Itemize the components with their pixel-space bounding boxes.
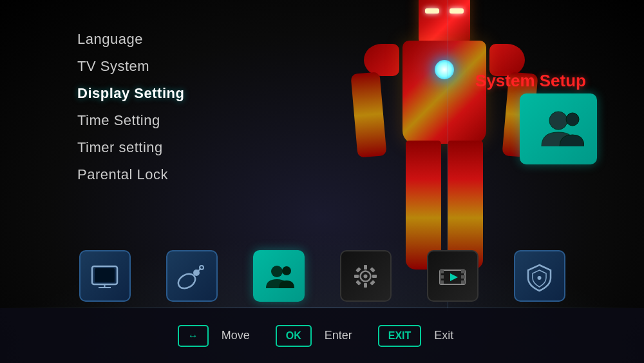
icon-media[interactable] xyxy=(427,250,478,302)
bottom-icon-bar xyxy=(0,250,644,302)
ok-button[interactable]: OK xyxy=(276,325,312,347)
exit-button[interactable]: EXIT xyxy=(378,325,422,347)
users-icon-svg xyxy=(261,259,296,294)
system-setup-title: System Setup xyxy=(475,71,586,91)
tv-icon-svg xyxy=(87,259,122,294)
icon-settings[interactable] xyxy=(340,250,392,302)
exit-btn-label: EXIT xyxy=(388,330,412,342)
svg-rect-26 xyxy=(440,280,444,284)
svg-rect-25 xyxy=(440,275,444,279)
svg-rect-15 xyxy=(364,265,367,270)
system-setup-icon-box[interactable] xyxy=(520,93,597,164)
menu-item-parental-lock[interactable]: Parental Lock xyxy=(77,161,184,188)
svg-rect-3 xyxy=(95,268,115,282)
svg-rect-16 xyxy=(364,283,367,288)
icon-network[interactable] xyxy=(514,250,565,302)
svg-point-14 xyxy=(364,274,368,278)
svg-rect-22 xyxy=(370,267,375,272)
users-icon xyxy=(533,106,584,152)
exit-label: Exit xyxy=(434,329,453,342)
shield-icon-svg xyxy=(522,259,557,294)
controls-bar: ↔ Move OK Enter EXIT Exit xyxy=(0,308,644,363)
menu-item-timer-setting[interactable]: Timer setting xyxy=(77,134,184,161)
gear-icon-svg xyxy=(348,259,383,294)
menu-item-time-setting[interactable]: Time Setting xyxy=(77,107,184,134)
svg-rect-20 xyxy=(370,280,375,285)
move-label: Move xyxy=(222,329,250,342)
icon-satellite[interactable] xyxy=(166,250,218,302)
svg-rect-27 xyxy=(461,270,465,273)
svg-rect-29 xyxy=(461,280,465,284)
svg-point-31 xyxy=(538,276,542,280)
menu-item-language[interactable]: Language xyxy=(77,26,184,53)
enter-label: Enter xyxy=(325,329,352,342)
svg-point-0 xyxy=(549,112,567,130)
svg-rect-17 xyxy=(354,275,359,278)
icon-users[interactable] xyxy=(253,250,305,302)
svg-rect-19 xyxy=(355,267,361,272)
svg-marker-30 xyxy=(450,273,458,281)
menu-item-display-setting[interactable]: Display Setting xyxy=(77,80,184,107)
media-icon-svg xyxy=(435,259,470,294)
satellite-icon-svg xyxy=(174,259,209,294)
svg-rect-18 xyxy=(372,275,377,278)
svg-point-10 xyxy=(200,266,204,270)
ok-label: OK xyxy=(286,330,301,342)
svg-point-12 xyxy=(282,266,291,275)
move-button[interactable]: ↔ xyxy=(178,325,209,347)
svg-point-1 xyxy=(566,113,579,126)
settings-menu: Language TV System Display Setting Time … xyxy=(77,26,184,188)
svg-rect-24 xyxy=(440,270,444,273)
icon-tv[interactable] xyxy=(79,250,131,302)
svg-rect-21 xyxy=(355,280,361,285)
svg-rect-28 xyxy=(461,275,465,279)
menu-item-tv-system[interactable]: TV System xyxy=(77,53,184,80)
move-arrows: ↔ xyxy=(188,330,198,342)
svg-point-11 xyxy=(271,266,283,277)
